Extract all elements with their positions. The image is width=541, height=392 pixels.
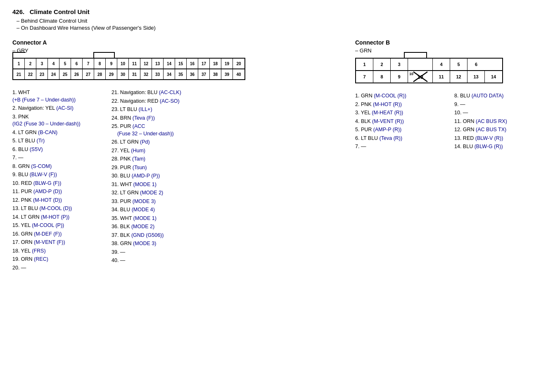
pin-a-32: 32. LT GRN (MODE 2) bbox=[112, 189, 194, 197]
pin-a-36: 36. BLK (MODE 2) bbox=[112, 223, 194, 231]
pin-a-19: 19. ORN (REC) bbox=[12, 256, 95, 263]
pin-a-8: 8. GRN (S-COM) bbox=[12, 163, 95, 170]
pin-a-34: 34. BLU (MODE 4) bbox=[112, 206, 194, 214]
pin-a-10: 10. RED (BLW-G (F)) bbox=[12, 180, 95, 187]
connector-b-col2: 8. BLU (AUTO DATA) 9. — 10. — 11. ORN (A… bbox=[454, 92, 537, 152]
pin-a-20: 20. — bbox=[12, 264, 95, 272]
pin-a-30: 30. BLU (AMD-P (P)) bbox=[112, 172, 194, 180]
connector-a-diagram: 1234567891011121314151617181920 21222324… bbox=[12, 58, 245, 80]
pin-a-26: 26. LT GRN (Pd) bbox=[112, 139, 194, 146]
pin-a-38: 38. GRN (MODE 3) bbox=[112, 240, 194, 248]
pin-a-4: 4. LT GRN (B-CAN) bbox=[12, 129, 95, 137]
pin-a-16: 16. GRN (M-DEF (F)) bbox=[12, 231, 95, 238]
page-title: Climate Control Unit bbox=[30, 8, 90, 15]
pin-a-22: 22. Navigation: RED (AC-SO) bbox=[112, 98, 194, 105]
subtitle-2: – On Dashboard Wire Harness (View of Pas… bbox=[17, 25, 529, 31]
pin-b-11: 11. ORN (AC BUS RX) bbox=[454, 118, 537, 125]
connector-b-top-row: 1 2 3 4 5 6 bbox=[356, 59, 502, 71]
connector-b-block: Connector B – GRN 1 2 3 4 5 6 bbox=[355, 39, 529, 273]
pin-a-13: 13. LT BLU (M-COOL (D)) bbox=[12, 205, 95, 213]
pin-a-25: 25. PUR (ACC (Fuse 32 – Under-dash)) bbox=[112, 123, 194, 137]
pin-a-2: 2. Navigation: YEL (AC-SI) bbox=[12, 105, 95, 112]
pin-a-29: 29. PUR (Tsun) bbox=[112, 164, 194, 172]
connector-a-bottom-row: 2122232425262728293031323334353637383940 bbox=[13, 69, 244, 79]
pin-b-12: 12. GRN (AC BUS TX) bbox=[454, 126, 537, 134]
pin-a-31: 31. WHT (MODE 1) bbox=[112, 181, 194, 189]
pin-a-35: 35. WHT (MODE 1) bbox=[112, 215, 194, 222]
pin-b-7: 7. — bbox=[355, 143, 438, 151]
pin-b-4: 4. BLK (M-VENT (R)) bbox=[355, 118, 438, 125]
pin-b-14: 14. BLU (BLW-G (R)) bbox=[454, 143, 537, 151]
pin-a-5: 5. LT BLU (Tr) bbox=[12, 137, 95, 145]
pin-a-17: 17. ORN (M-VENT (F)) bbox=[12, 239, 95, 246]
pin-b-9: 9. — bbox=[454, 101, 537, 109]
pin-b-8: 8. BLU (AUTO DATA) bbox=[454, 92, 537, 100]
subtitle-1: – Behind Climate Control Unit bbox=[17, 18, 529, 24]
pin-b-13: 13. RED (BLW-V (R)) bbox=[454, 135, 537, 142]
pin-a-6: 6. BLU (S5V) bbox=[12, 146, 95, 153]
pin-b-3: 3. YEL (M-HEAT (R)) bbox=[355, 109, 438, 117]
pin-a-7: 7. — bbox=[12, 154, 95, 162]
pin-b-6: 6. LT BLU (Teva (R)) bbox=[355, 135, 438, 142]
pin-a-3: 3. PNK(IG2 (Fuse 30 – Under-dash)) bbox=[12, 113, 95, 128]
pin-a-11: 11. PUR (AMD-P (D)) bbox=[12, 188, 95, 196]
pin-a-21: 21. Navigation: BLU (AC-CLK) bbox=[112, 89, 194, 97]
connector-b-col1: 1. GRN (M-COOL (R)) 2. PNK (M-HOT (R)) 3… bbox=[355, 92, 438, 152]
connector-a-title: Connector A bbox=[12, 39, 330, 46]
pin-a-9: 9. BLU (BLW-V (F)) bbox=[12, 171, 95, 179]
pin-a-23: 23. LT BLU (ILL+) bbox=[112, 106, 194, 113]
pin-a-27: 27. YEL (Hum) bbox=[112, 147, 194, 155]
pin-a-1: 1. WHT(+B (Fuse 7 – Under-dash)) bbox=[12, 89, 95, 104]
pin-b-5: 5. PUR (AMP-P (R)) bbox=[355, 126, 438, 134]
pin-b-1: 1. GRN (M-COOL (R)) bbox=[355, 92, 438, 100]
pin-b-10: 10. — bbox=[454, 109, 537, 117]
pin-a-15: 15. YEL (M-COOL (P)) bbox=[12, 222, 95, 229]
connector-a-top-row: 1234567891011121314151617181920 bbox=[13, 59, 244, 69]
pin-b-2: 2. PNK (M-HOT (R)) bbox=[355, 101, 438, 109]
connector-b-pin-lists: 1. GRN (M-COOL (R)) 2. PNK (M-HOT (R)) 3… bbox=[355, 92, 529, 152]
connector-a-pin-lists: 1. WHT(+B (Fuse 7 – Under-dash)) 2. Navi… bbox=[12, 89, 330, 273]
connector-b-diagram: 1 2 3 4 5 6 7 8 9 10 bbox=[355, 58, 503, 83]
pin-a-12: 12. PNK (M-HOT (D)) bbox=[12, 197, 95, 204]
pin-a-14: 14. LT GRN (M-HOT (P)) bbox=[12, 214, 95, 221]
connector-a-color: – GRY bbox=[12, 47, 330, 54]
connector-b-title: Connector B bbox=[355, 39, 529, 46]
pin-a-40: 40. — bbox=[112, 257, 194, 264]
pin-a-39: 39. — bbox=[112, 249, 194, 256]
pin-a-37: 37. BLK (GND (G506)) bbox=[112, 232, 194, 239]
connector-b-bottom-row: 7 8 9 10 10 bbox=[356, 71, 502, 83]
connector-a-col2: 21. Navigation: BLU (AC-CLK) 22. Navigat… bbox=[112, 89, 194, 273]
page-number-title: 426. Climate Control Unit bbox=[12, 8, 529, 15]
connector-a-col1: 1. WHT(+B (Fuse 7 – Under-dash)) 2. Navi… bbox=[12, 89, 95, 273]
pin-a-33: 33. PUR (MODE 3) bbox=[112, 198, 194, 205]
pin-a-18: 18. YEL (FRS) bbox=[12, 248, 95, 255]
page-number: 426. bbox=[12, 8, 24, 15]
pin-a-24: 24. BRN (Teva (F)) bbox=[112, 115, 194, 122]
connector-b-color: – GRN bbox=[355, 47, 529, 54]
connector-a-block: Connector A – GRY 1234567891011121314151… bbox=[12, 39, 330, 273]
pin-a-28: 28. PNK (Tam) bbox=[112, 156, 194, 163]
